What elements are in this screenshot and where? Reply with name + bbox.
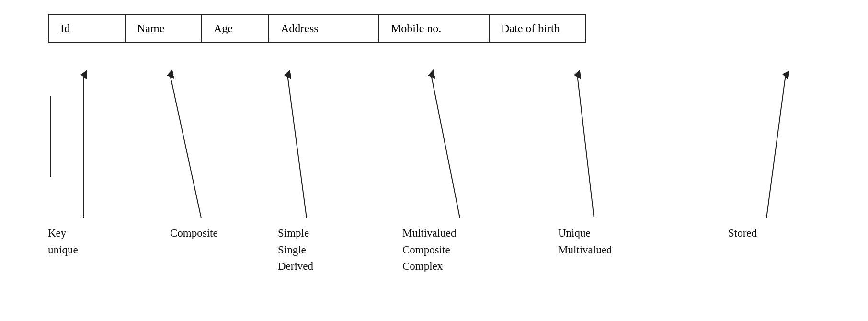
diagram: Id Name Age Address Mobile no. Date of b… — [0, 0, 868, 321]
arrow-dob — [766, 75, 786, 218]
col-mobile: Mobile no. — [379, 15, 490, 42]
label-simple: Simple Single Derived — [278, 225, 313, 275]
col-name: Name — [126, 15, 202, 42]
col-age: Age — [202, 15, 269, 42]
col-dob: Date of birth — [490, 15, 585, 42]
arrow-name — [170, 75, 201, 218]
label-composite: Composite — [170, 225, 218, 242]
arrow-mobile — [577, 75, 594, 218]
label-unique-multivalued: Unique Multivalued — [558, 225, 612, 258]
table-header: Id Name Age Address Mobile no. Date of b… — [48, 14, 586, 43]
col-address: Address — [269, 15, 379, 42]
arrow-age — [287, 75, 307, 218]
label-stored: Stored — [728, 225, 757, 242]
label-key-unique: Key unique — [48, 225, 78, 258]
arrow-address — [431, 75, 460, 218]
label-multivalued: Multivalued Composite Complex — [402, 225, 456, 275]
col-id: Id — [49, 15, 126, 42]
